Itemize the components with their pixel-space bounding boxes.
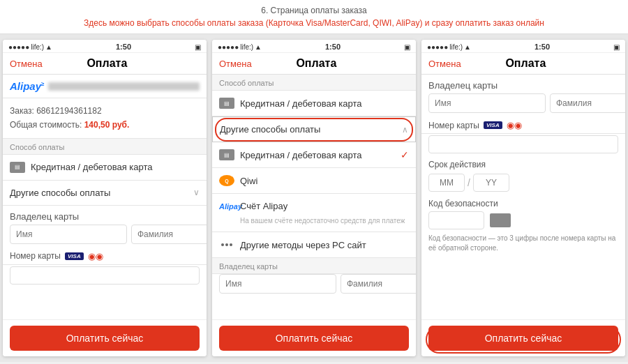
card-number-label-3: Номер карты	[428, 121, 479, 130]
order-info-1: Заказ: 68612194361182 Общая стоимость: 1…	[3, 98, 207, 139]
alipay-header-1: Alipay≥	[3, 75, 207, 98]
expiry-label-3: Срок действия	[428, 160, 486, 169]
nav-title-3: Оплата	[505, 57, 546, 70]
cvv-hint-3: Код безопасности — это 3 цифры после ном…	[421, 232, 625, 257]
card-label-2: Кредитная / дебетовая карта	[240, 98, 409, 109]
screen3-content: Владелец карты Номер карты VISA ◉◉ Срок …	[421, 75, 625, 319]
mastercard-badge-3: ◉◉	[507, 120, 522, 130]
top-banner: 6. Страница оплаты заказа Здесь можно вы…	[0, 0, 628, 34]
dots-icon	[219, 239, 234, 250]
nav-bar-2: Отмена Оплата	[212, 53, 416, 75]
banner-title: 6. Страница оплаты заказа	[7, 4, 621, 17]
nav-title-1: Оплата	[87, 57, 127, 70]
pay-button-container-2: Оплатить сейчас	[212, 319, 416, 356]
status-bar-2: ●●●●● life:) ▲ 1:50 ▣	[212, 40, 416, 53]
payment-method-section-2: Способ оплаты	[212, 75, 416, 91]
expiry-row-3: /	[421, 171, 625, 195]
other-methods-label-2: Другие способы оплаты	[220, 124, 402, 135]
pay-button-3[interactable]: Оплатить сейчас	[428, 326, 618, 351]
alipay-account-blur	[48, 82, 200, 91]
battery-2: ▣	[404, 43, 410, 51]
time-3: 1:50	[534, 43, 550, 51]
alipay-label-2: Счёт Alipay	[240, 201, 409, 211]
name-fields-1	[3, 225, 207, 248]
order-number-label: Заказ:	[10, 106, 34, 116]
expiry-yy-input[interactable]	[473, 174, 509, 192]
phone-screen-3: ●●●●● life:) ▲ 1:50 ▣ Отмена Оплата Влад…	[421, 40, 625, 356]
last-name-input-1[interactable]	[131, 225, 207, 244]
card-label-checked: Кредитная / дебетовая карта	[240, 150, 395, 160]
other-methods-row-1[interactable]: Другие способы оплаты ∨	[3, 181, 207, 206]
card-row-2[interactable]: ▤ Кредитная / дебетовая карта	[212, 91, 416, 116]
card-owner-title-1: Владелец карты	[3, 206, 207, 225]
card-owner-section-2: Владелец карты	[212, 258, 416, 274]
card-number-input-3[interactable]	[428, 135, 618, 153]
pay-button-2[interactable]: Оплатить сейчас	[219, 326, 409, 351]
wifi-1: ▲	[45, 43, 52, 51]
battery-1: ▣	[195, 43, 201, 51]
other-methods-label-1: Другие способы оплаты	[10, 188, 193, 198]
total-row: Общая стоимость: 140,50 руб.	[10, 118, 200, 132]
cvv-row-3	[421, 210, 625, 232]
qiwi-icon: Q	[219, 175, 234, 186]
name-fields-2	[212, 274, 416, 298]
banner-subtitle: Здесь можно выбрать способы оплаты заказ…	[7, 17, 621, 29]
card-row-1[interactable]: ▤ Кредитная / дебетовая карта	[3, 155, 207, 181]
card-icon-checked: ▤	[219, 149, 234, 160]
pay-button-container-3: Оплатить сейчас	[421, 319, 625, 356]
signal-1: ●●●●●	[8, 43, 29, 51]
status-left-1: ●●●●● life:) ▲	[8, 43, 52, 51]
cancel-button-2[interactable]: Отмена	[219, 59, 252, 69]
nav-bar-1: Отмена Оплата	[3, 53, 207, 75]
cancel-button-1[interactable]: Отмена	[10, 59, 43, 69]
visa-badge-3: VISA	[484, 121, 502, 129]
last-name-input-2[interactable]	[341, 274, 416, 294]
alipay-logo-1: Alipay≥	[10, 80, 44, 92]
cancel-button-3[interactable]: Отмена	[428, 59, 461, 69]
cvv-input-3[interactable]	[428, 211, 484, 229]
status-bar-1: ●●●●● life:) ▲ 1:50 ▣	[3, 40, 207, 53]
nav-bar-3: Отмена Оплата	[421, 53, 625, 75]
qiwi-row[interactable]: Q Qiwi	[212, 168, 416, 194]
time-2: 1:50	[325, 43, 341, 51]
pay-button-container-1: Оплатить сейчас	[3, 319, 207, 356]
expiry-mm-input[interactable]	[428, 174, 465, 192]
screen1-content: Alipay≥ Заказ: 68612194361182 Общая стои…	[3, 75, 207, 319]
first-name-input-2[interactable]	[219, 274, 336, 294]
status-bar-3: ●●●●● life:) ▲ 1:50 ▣	[421, 40, 625, 53]
total-label: Общая стоимость:	[10, 120, 82, 130]
card-label-1: Кредитная / дебетовая карта	[31, 162, 200, 172]
expiry-fields-3: /	[428, 174, 509, 192]
first-name-input-3[interactable]	[428, 93, 546, 113]
order-number-value: 68612194361182	[36, 106, 101, 116]
battery-3: ▣	[613, 43, 620, 51]
visa-badge-1: VISA	[65, 252, 84, 260]
nav-title-2: Оплата	[296, 57, 336, 70]
first-name-input-1[interactable]	[10, 225, 127, 244]
card-icon-2: ▤	[219, 98, 234, 109]
cvv-card-icon	[490, 213, 511, 227]
order-number-row: Заказ: 68612194361182	[10, 104, 200, 118]
card-checked-row[interactable]: ▤ Кредитная / дебетовая карта ✓	[212, 142, 416, 168]
carrier-1: life:)	[31, 43, 44, 51]
checkmark-icon: ✓	[401, 149, 409, 160]
phones-container: ●●●●● life:) ▲ 1:50 ▣ Отмена Оплата Alip…	[0, 34, 628, 362]
other-methods-row-2[interactable]: Другие способы оплаты ∧	[212, 116, 416, 142]
card-owner-title-3: Владелец карты	[421, 75, 625, 93]
card-number-label-1: Номер карты	[10, 251, 61, 261]
other-pc-row[interactable]: Другие методы через PC сайт	[212, 232, 416, 258]
chevron-up-icon-2: ∧	[402, 125, 408, 135]
pay-button-1[interactable]: Оплатить сейчас	[10, 326, 200, 351]
status-left-3: ●●●●● life:) ▲	[427, 43, 471, 51]
card-number-input-1[interactable]	[10, 266, 200, 285]
alipay-row[interactable]: Alipay Счёт Alipay На вашем счёте недост…	[212, 194, 416, 232]
last-name-input-3[interactable]	[550, 93, 625, 113]
card-icon-1: ▤	[10, 162, 25, 173]
total-value: 140,50 руб.	[84, 120, 130, 130]
chevron-down-icon-1: ∨	[193, 188, 200, 197]
qiwi-label: Qiwi	[240, 176, 409, 186]
cvv-title-3: Код безопасности	[421, 195, 625, 210]
card-number-row-1: Номер карты VISA ◉◉	[3, 248, 207, 265]
phone-screen-1: ●●●●● life:) ▲ 1:50 ▣ Отмена Оплата Alip…	[3, 40, 207, 356]
alipay-icon-small: Alipay	[219, 202, 234, 211]
